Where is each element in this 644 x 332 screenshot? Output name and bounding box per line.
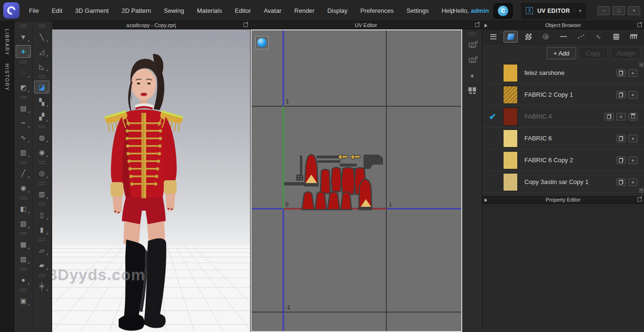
tool-select-garment[interactable]: ◩ [16, 81, 31, 93]
tool-pin[interactable]: ╱ [16, 166, 31, 179]
tool-fabric-roll-b[interactable]: ▮ [34, 223, 49, 236]
fabric-swatch[interactable] [503, 86, 518, 104]
fabric-swatch[interactable] [503, 64, 518, 82]
tool-texture-roll-b[interactable]: ▰ [34, 258, 49, 271]
tool-segment-sewing[interactable]: ┅ [16, 116, 31, 129]
tab-button[interactable] [539, 31, 553, 43]
assign-button[interactable]: Assign [610, 47, 641, 59]
tool-fold-garment[interactable]: ▧ [16, 217, 31, 230]
add-material-button[interactable]: + [628, 178, 637, 186]
history-tab[interactable]: HISTORY [4, 64, 9, 91]
clo-cloud-button[interactable]: C [494, 3, 513, 18]
tool-edit-texture-uv[interactable]: ◪ [34, 81, 49, 93]
reset-uv-pieces-button[interactable] [466, 84, 479, 97]
tool-avatar-fit[interactable]: ● [16, 273, 31, 286]
add-button[interactable]: + Add [547, 47, 576, 59]
tab-fabric[interactable] [504, 31, 518, 43]
tool-pressure-pleats[interactable]: ╪ [34, 279, 49, 292]
fabric-swatch[interactable] [503, 151, 518, 169]
clone-material-button[interactable] [616, 157, 625, 164]
tool-fold-arrangement[interactable]: ◧ [16, 202, 31, 215]
mode-selector[interactable]: ╳ UV EDITOR ▾ [521, 3, 586, 19]
tool-measure-garment[interactable]: ▣ [16, 294, 31, 307]
tool-edit-sewing[interactable]: ▥ [16, 146, 31, 158]
tab-padding[interactable] [609, 31, 623, 43]
tool-move[interactable]: + [16, 45, 31, 58]
popout-icon[interactable] [637, 197, 642, 202]
uv-snapshot-button[interactable] [466, 39, 479, 51]
tool-arrange-clothes[interactable]: ▦ [16, 238, 31, 250]
arrange-uv-pieces-button[interactable]: + [466, 69, 479, 82]
minimize-button[interactable]: − [597, 6, 610, 15]
material-row[interactable]: FABRIC 2 Copy 1+ [482, 84, 644, 106]
viewport-3d-titlebar[interactable]: azadicopy - Copy.zprj [52, 21, 250, 29]
menu-editor[interactable]: Editor [235, 7, 251, 14]
library-tab[interactable]: LIBRARY [4, 29, 9, 56]
menu-2d-pattern[interactable]: 2D Pattern [121, 7, 151, 14]
delete-material-button[interactable] [628, 113, 637, 120]
menu-settings[interactable]: Settings [406, 7, 429, 14]
add-material-button[interactable]: + [616, 113, 625, 120]
tool-open-garment[interactable]: ▨ [16, 252, 31, 265]
tab-piping[interactable] [556, 31, 570, 43]
tool-texture-roll-a[interactable]: ▱ [34, 244, 49, 257]
uv-editor-canvas[interactable]: 1 0 1 -1 [251, 29, 462, 332]
uv-gold-toggles[interactable] [339, 155, 361, 159]
add-material-button[interactable]: + [628, 69, 637, 77]
popout-icon[interactable] [637, 23, 642, 27]
menu-edit[interactable]: Edit [52, 7, 62, 14]
tool-pen-garment[interactable]: ◿ [34, 45, 49, 58]
menu-preferences[interactable]: Preferences [360, 7, 393, 14]
scroll-up-icon[interactable]: ▲ [639, 63, 644, 67]
tool-fabric-roll-a[interactable]: ▯ [34, 208, 49, 221]
tab-topstitch[interactable] [574, 31, 588, 43]
uv-editor-titlebar[interactable]: UV Editor [250, 21, 482, 29]
username[interactable]: admin [471, 7, 489, 14]
tool-download-pose[interactable]: ▼ [16, 30, 31, 43]
tool-shirt-texture[interactable]: ▚ [34, 95, 49, 108]
collapse-arrow-icon[interactable] [485, 24, 487, 28]
tool-zipper[interactable]: ▥ [34, 187, 49, 200]
tool-brush-select[interactable]: ◌ [16, 66, 31, 79]
close-button[interactable]: × [628, 6, 640, 15]
material-row[interactable]: ✔FABRIC 4+ [482, 106, 644, 128]
viewport-3d-canvas[interactable]: 3Dyyds.com [52, 29, 250, 332]
tool-edit-curve-3d[interactable]: ╲ [34, 30, 49, 43]
scroll-down-icon[interactable]: ▼ [639, 188, 644, 193]
add-material-button[interactable]: + [628, 157, 637, 164]
object-browser-titlebar[interactable]: Object Browser [482, 21, 644, 29]
maximize-button[interactable]: □ [613, 6, 625, 15]
fabric-swatch[interactable] [503, 108, 518, 126]
clone-material-button[interactable] [616, 178, 625, 186]
tool-buttonhole[interactable]: ◎ [34, 166, 49, 179]
menu-file[interactable]: File [29, 7, 39, 14]
popout-icon[interactable] [475, 23, 479, 27]
tab-puckering[interactable]: ∿ [591, 31, 606, 43]
tool-shirt-checker[interactable]: ▞ [34, 110, 49, 123]
menu-display[interactable]: Display [327, 7, 348, 14]
app-logo[interactable] [3, 2, 19, 18]
menu-avatar[interactable]: Avatar [264, 7, 281, 14]
property-editor-titlebar[interactable]: Property Editor [482, 196, 644, 204]
clone-material-button[interactable] [616, 69, 625, 77]
clone-material-button[interactable] [605, 113, 614, 120]
add-material-button[interactable]: + [628, 91, 637, 99]
popout-icon[interactable] [243, 23, 248, 27]
toolbar-grip[interactable] [19, 25, 27, 27]
print-layout-snapshot-button[interactable] [466, 54, 479, 66]
toolbar-grip[interactable] [468, 33, 476, 35]
add-material-button[interactable]: + [628, 135, 637, 142]
tool-free-sewing[interactable]: ∿ [16, 131, 31, 144]
tool-needle[interactable]: ◉ [16, 181, 31, 194]
fabric-swatch[interactable] [503, 129, 518, 148]
tab-texture[interactable] [521, 31, 535, 43]
collapse-arrow-icon[interactable] [485, 198, 487, 202]
toolbar-grip[interactable] [38, 25, 46, 27]
menu-sewing[interactable]: Sewing [164, 7, 184, 14]
chevron-down-icon[interactable]: ▾ [574, 8, 581, 13]
copy-button[interactable]: Copy [579, 47, 608, 59]
tool-cut-garment[interactable]: ◺ [34, 60, 49, 73]
menu-render[interactable]: Render [294, 7, 315, 14]
clone-material-button[interactable] [616, 91, 625, 99]
tool-button-fill[interactable]: ◉ [34, 146, 49, 158]
